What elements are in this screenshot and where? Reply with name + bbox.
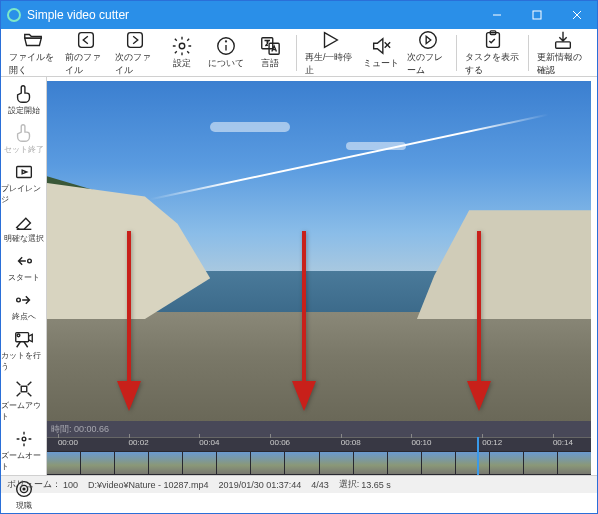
annotation-arrow <box>117 231 141 411</box>
mute-button[interactable]: ミュート <box>359 31 403 75</box>
tick: 00:04 <box>199 438 219 447</box>
next-frame-button[interactable]: 次のフレーム <box>403 31 452 75</box>
info-icon <box>214 35 238 57</box>
settings-button[interactable]: 設定 <box>160 31 204 75</box>
svg-rect-1 <box>533 11 541 19</box>
timeline[interactable]: 時間: 00:00.66 00:00 00:02 00:04 00:06 00:… <box>47 421 591 475</box>
check-update-button[interactable]: 更新情報の確認 <box>533 31 593 75</box>
toolbar: ファイルを開く 前のファイル 次のファイル 設定 について 言語 再生/一時停止… <box>1 29 597 77</box>
goto-start-button[interactable]: スタート <box>1 248 46 287</box>
time-value: 00:00.66 <box>74 424 109 434</box>
set-end-button[interactable]: セット終了 <box>1 120 46 159</box>
playhead[interactable] <box>477 437 479 475</box>
tick: 00:00 <box>58 438 78 447</box>
window-title: Simple video cutter <box>27 8 477 22</box>
eraser-icon <box>12 211 36 233</box>
gear-icon <box>170 35 194 57</box>
tick: 00:06 <box>270 438 290 447</box>
about-button[interactable]: について <box>204 31 248 75</box>
goto-end-button[interactable]: 終点へ <box>1 287 46 326</box>
volume-value: 100 <box>63 480 78 490</box>
tick: 00:02 <box>129 438 149 447</box>
cut-icon <box>12 328 36 350</box>
preview-area: 時間: 00:00.66 00:00 00:02 00:04 00:06 00:… <box>47 77 597 475</box>
next-file-button[interactable]: 次のファイル <box>111 31 160 75</box>
annotation-arrow <box>292 231 316 411</box>
set-start-button[interactable]: 設定開始 <box>1 81 46 120</box>
minimize-button[interactable] <box>477 1 517 29</box>
download-icon <box>551 29 575 51</box>
svg-point-25 <box>22 437 26 441</box>
svg-rect-18 <box>16 167 31 178</box>
statusbar: ボリューム： 100 D:¥video¥Nature - 10287.mp4 2… <box>1 475 597 493</box>
hand-point-icon <box>12 83 36 105</box>
svg-point-6 <box>179 43 185 49</box>
play-range-icon <box>12 161 36 183</box>
zoom-out-button[interactable]: ズームアウト <box>1 376 46 426</box>
annotation-arrow <box>467 231 491 411</box>
open-file-button[interactable]: ファイルを開く <box>5 31 61 75</box>
play-pause-button[interactable]: 再生/一時停止 <box>301 31 359 75</box>
next-icon <box>123 29 147 51</box>
volume-label: ボリューム： <box>7 478 61 491</box>
zoom-auto-button[interactable]: ズームオート <box>1 426 46 476</box>
toolbar-separator <box>456 35 457 71</box>
play-range-button[interactable]: プレイレンジ <box>1 159 46 209</box>
tick: 00:08 <box>341 438 361 447</box>
svg-point-9 <box>226 41 227 42</box>
hand-point-icon <box>12 122 36 144</box>
app-icon <box>7 8 21 22</box>
sidebar: 設定開始 セット終了 プレイレンジ 明確な選択 スタート 終点へ カットを行う … <box>1 77 47 475</box>
goto-start-icon <box>12 250 36 272</box>
maximize-button[interactable] <box>517 1 557 29</box>
svg-rect-5 <box>128 32 143 47</box>
language-icon <box>258 35 282 57</box>
show-tasks-button[interactable]: タスクを表示する <box>461 31 524 75</box>
svg-point-21 <box>16 298 20 302</box>
selection-value: 13.65 s <box>361 480 391 490</box>
tick: 00:10 <box>411 438 431 447</box>
clear-selection-button[interactable]: 明確な選択 <box>1 209 46 248</box>
zoom-out-icon <box>12 378 36 400</box>
video-preview[interactable] <box>47 81 591 421</box>
svg-rect-24 <box>21 386 27 392</box>
svg-point-14 <box>419 31 436 48</box>
svg-point-23 <box>17 334 20 337</box>
svg-rect-17 <box>556 41 571 47</box>
titlebar: Simple video cutter <box>1 1 597 29</box>
toolbar-separator <box>296 35 297 71</box>
file-path: D:¥video¥Nature - 10287.mp4 <box>88 480 209 490</box>
play-icon <box>318 29 342 51</box>
tasks-icon <box>481 29 505 51</box>
svg-rect-4 <box>79 32 94 47</box>
window-buttons <box>477 1 597 29</box>
language-button[interactable]: 言語 <box>248 31 292 75</box>
timeline-ruler[interactable]: 00:00 00:02 00:04 00:06 00:08 00:10 00:1… <box>47 437 591 451</box>
file-datetime: 2019/01/30 01:37:44 <box>219 480 302 490</box>
selection-label: 選択: <box>339 478 360 491</box>
folder-open-icon <box>21 29 45 51</box>
prev-file-button[interactable]: 前のファイル <box>61 31 110 75</box>
zoom-auto-icon <box>12 428 36 450</box>
step-forward-icon <box>416 29 440 51</box>
frame-counter: 4/43 <box>311 480 329 490</box>
toolbar-separator <box>528 35 529 71</box>
close-button[interactable] <box>557 1 597 29</box>
prev-icon <box>74 29 98 51</box>
tick: 00:14 <box>553 438 573 447</box>
timeline-thumbnails[interactable] <box>47 451 591 475</box>
svg-point-20 <box>27 259 31 263</box>
tick: 00:12 <box>482 438 502 447</box>
goto-end-icon <box>12 289 36 311</box>
mute-icon <box>369 35 393 57</box>
time-label: 時間: <box>51 423 72 436</box>
do-cut-button[interactable]: カットを行う <box>1 326 46 376</box>
